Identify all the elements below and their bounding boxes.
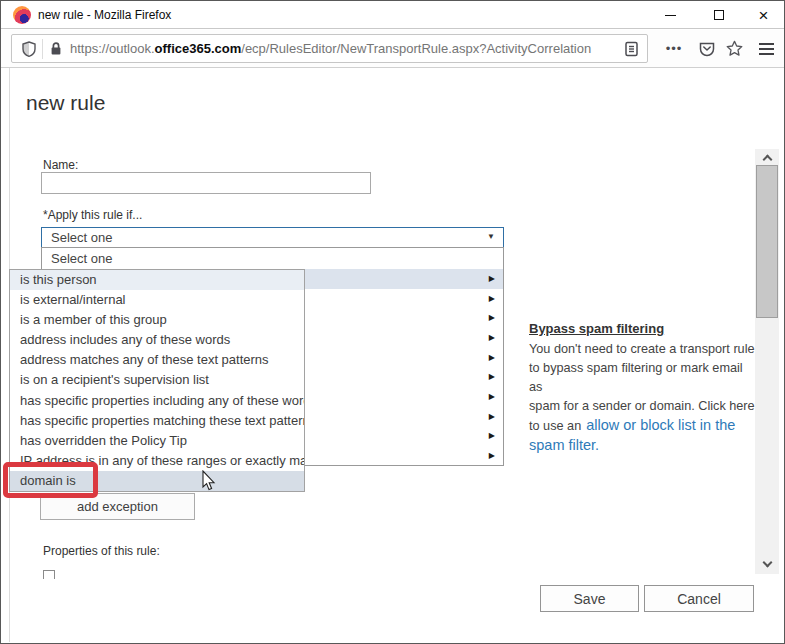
- maximize-button[interactable]: [696, 1, 741, 29]
- close-button[interactable]: ×: [741, 1, 785, 29]
- properties-label: Properties of this rule:: [43, 544, 160, 558]
- firefox-logo-icon: [13, 6, 31, 24]
- scroll-up-button[interactable]: [755, 149, 779, 165]
- rule-checkbox[interactable]: [43, 570, 55, 579]
- browser-toolbar: https://outlook.office365.com/ecp/RulesE…: [1, 30, 784, 68]
- submenu-arrow-icon: ▶: [489, 314, 495, 322]
- submenu-arrow-icon: ▶: [489, 413, 495, 421]
- submenu-arrow-icon: ▶: [489, 295, 495, 303]
- name-label: Name:: [43, 158, 78, 172]
- page-actions-more-icon[interactable]: •••: [659, 34, 689, 63]
- urlbar-separator: [42, 39, 43, 59]
- pocket-icon[interactable]: [693, 34, 721, 63]
- submenu-arrow-icon: ▶: [489, 373, 495, 381]
- submenu-item[interactable]: address matches any of these text patter…: [10, 350, 304, 370]
- firefox-window: new rule - Mozilla Firefox × https://out…: [0, 0, 785, 644]
- url-bar[interactable]: https://outlook.office365.com/ecp/RulesE…: [11, 34, 648, 63]
- window-titlebar: new rule - Mozilla Firefox ×: [1, 1, 784, 29]
- bypass-spam-aside: Bypass spam filtering You don't need to …: [529, 321, 755, 456]
- dropdown-item-select-one[interactable]: Select one: [42, 248, 503, 269]
- bypass-spam-heading-link[interactable]: Bypass spam filtering: [529, 321, 755, 336]
- mouse-cursor-icon: [202, 470, 217, 496]
- submenu-item[interactable]: has specific properties including any of…: [10, 391, 304, 411]
- submenu-arrow-icon: ▶: [489, 452, 495, 460]
- submenu-item[interactable]: is external/internal: [10, 290, 304, 310]
- chevron-down-icon: [762, 557, 772, 567]
- apply-rule-select[interactable]: Select one ▼: [41, 227, 504, 248]
- apply-rule-select-value: Select one: [51, 230, 112, 245]
- submenu-arrow-icon: ▶: [489, 334, 495, 342]
- lock-icon[interactable]: [49, 41, 63, 56]
- minimize-button[interactable]: [648, 1, 693, 29]
- submenu-item[interactable]: is a member of this group: [10, 310, 304, 330]
- submenu-item[interactable]: has specific properties matching these t…: [10, 411, 304, 431]
- condition-submenu-panel: is this personis external/internalis a m…: [9, 269, 305, 492]
- submenu-arrow-icon: ▶: [489, 354, 495, 362]
- submenu-arrow-icon: ▶: [489, 393, 495, 401]
- page-title: new rule: [26, 91, 105, 115]
- bookmark-star-icon[interactable]: [720, 34, 748, 63]
- cancel-button[interactable]: Cancel: [644, 585, 754, 612]
- submenu-item[interactable]: is on a recipient's supervision list: [10, 370, 304, 390]
- reader-mode-icon[interactable]: [624, 41, 639, 57]
- close-icon: ×: [759, 7, 769, 24]
- url-text[interactable]: https://outlook.office365.com/ecp/RulesE…: [70, 41, 624, 56]
- apply-rule-label: *Apply this rule if...: [43, 208, 142, 222]
- chevron-down-icon: ▼: [487, 232, 495, 241]
- tracking-protection-shield-icon[interactable]: [21, 41, 37, 57]
- submenu-item[interactable]: is this person: [10, 270, 304, 290]
- scrollbar-thumb[interactable]: [756, 165, 778, 318]
- rule-name-input[interactable]: [41, 172, 371, 194]
- submenu-arrow-icon: ▶: [489, 432, 495, 440]
- bypass-spam-body: You don't need to create a transport rul…: [529, 340, 755, 456]
- minimize-icon: [665, 15, 676, 16]
- submenu-arrow-icon: ▶: [489, 275, 495, 283]
- window-title: new rule - Mozilla Firefox: [38, 8, 171, 22]
- submenu-item[interactable]: has overridden the Policy Tip: [10, 431, 304, 451]
- chevron-up-icon: [762, 154, 772, 164]
- scroll-down-button[interactable]: [755, 556, 779, 572]
- submenu-item[interactable]: address includes any of these words: [10, 330, 304, 350]
- save-button[interactable]: Save: [540, 585, 639, 612]
- url-domain: office365.com: [155, 41, 242, 56]
- red-highlight-annotation: [3, 462, 98, 498]
- maximize-icon: [714, 10, 724, 20]
- menu-hamburger-icon[interactable]: [751, 34, 781, 63]
- dialog-scrollbar[interactable]: [755, 149, 779, 574]
